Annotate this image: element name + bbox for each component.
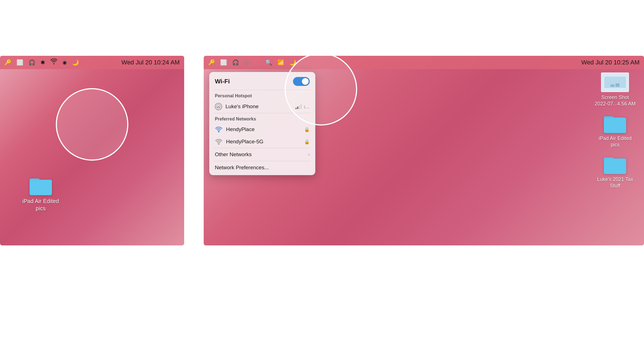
- hendyplace-lock-icon: 🔒: [304, 127, 310, 132]
- right-menu-bar-icons: 🔑 ⬜ 🎧 ▤ 🔍 📶 🌙: [208, 58, 296, 67]
- wifi-toggle-icon[interactable]: ▤: [244, 58, 260, 67]
- right-menu-bar: 🔑 ⬜ 🎧 ▤ 🔍 📶 🌙 Wed Jul 20 10:25 AM: [204, 56, 644, 69]
- other-networks-item[interactable]: Other Networks ›: [209, 148, 315, 161]
- hendyplace-name: HendyPlace: [226, 126, 301, 132]
- left-menu-bar-icons: 🔑 ⬜ 🎧 ✱ ◉ 🌙: [4, 59, 79, 66]
- network-preferences-label: Network Preferences...: [215, 165, 269, 170]
- wifi-inactive-icon: [215, 138, 223, 145]
- ipad-folder-icon: [604, 114, 626, 133]
- password-icon-right[interactable]: 🔑: [208, 59, 215, 66]
- screenshot-thumbnail: [601, 73, 629, 92]
- svg-rect-11: [604, 159, 626, 174]
- folder-icon: [30, 176, 52, 195]
- siri-icon[interactable]: ◉: [63, 59, 67, 66]
- focus-icon-right[interactable]: 🌙: [289, 59, 296, 66]
- svg-rect-8: [604, 118, 626, 133]
- wifi-title: Wi-Fi: [215, 78, 230, 85]
- wifi-dropdown: Wi-Fi Personal Hotspot Luke's iPhone: [209, 72, 315, 175]
- wallet-icon[interactable]: ⬜: [16, 59, 23, 66]
- hotspot-signal-bars: L...: [295, 104, 310, 109]
- wifi-active-icon: [215, 126, 223, 133]
- hendyplace5g-network-item[interactable]: HendyPlace-5G 🔒: [209, 136, 315, 148]
- tax-folder-icon: [604, 155, 626, 174]
- left-folder-label: iPad Air Editedpics: [22, 197, 59, 212]
- headphones-icon-right[interactable]: 🎧: [232, 59, 239, 66]
- personal-hotspot-header: Personal Hotspot: [209, 90, 315, 100]
- lukes-iphone-item[interactable]: Luke's iPhone L...: [209, 100, 315, 113]
- hendyplace5g-lock-icon: 🔒: [304, 139, 310, 144]
- svg-point-5: [218, 143, 220, 145]
- personal-hotspot-icon: [215, 103, 222, 110]
- left-desktop-folder[interactable]: iPad Air Editedpics: [22, 176, 59, 212]
- left-screenshot-panel: 🔑 ⬜ 🎧 ✱ ◉ 🌙 Wed Jul 20 10:24 AM: [0, 56, 184, 245]
- svg-rect-2: [30, 180, 52, 195]
- airdrop-icon[interactable]: 📶: [277, 59, 284, 66]
- tax-folder-label: Luke's 2021 TaxStuff: [597, 176, 633, 189]
- wallet-icon-right[interactable]: ⬜: [220, 59, 227, 66]
- screenshot-desktop-item[interactable]: Screen Shot2022-07...4.56 AM: [595, 73, 636, 107]
- focus-icon[interactable]: 🌙: [72, 59, 79, 66]
- network-preferences-item[interactable]: Network Preferences...: [209, 161, 315, 175]
- chevron-right-icon: ›: [308, 152, 310, 157]
- preferred-networks-header: Preferred Networks: [209, 113, 315, 123]
- wifi-icon[interactable]: [50, 59, 57, 66]
- wifi-toggle-switch[interactable]: [293, 77, 310, 86]
- right-menu-bar-time: Wed Jul 20 10:25 AM: [581, 59, 640, 66]
- right-folder-tax[interactable]: Luke's 2021 TaxStuff: [595, 155, 636, 189]
- svg-point-4: [218, 131, 220, 132]
- right-desktop-items: Screen Shot2022-07...4.56 AM iPad Air Ed…: [595, 73, 636, 189]
- ipad-folder-label: iPad Air Editedpics: [599, 135, 631, 148]
- left-menu-bar: 🔑 ⬜ 🎧 ✱ ◉ 🌙 Wed Jul 20 10:24 AM: [0, 56, 184, 69]
- password-icon[interactable]: 🔑: [4, 59, 11, 66]
- search-icon-right[interactable]: 🔍: [265, 59, 272, 66]
- hendyplace5g-name: HendyPlace-5G: [226, 139, 301, 145]
- wifi-circle-annotation: [56, 88, 128, 161]
- screenshot-label: Screen Shot2022-07...4.56 AM: [595, 94, 636, 107]
- headphones-icon[interactable]: 🎧: [28, 59, 35, 66]
- other-networks-label: Other Networks: [215, 151, 252, 158]
- right-folder-ipad[interactable]: iPad Air Editedpics: [595, 114, 636, 148]
- right-screenshot-panel: 🔑 ⬜ 🎧 ▤ 🔍 📶 🌙 Wed Jul 20 10:25 AM Wi-Fi …: [204, 56, 644, 245]
- wifi-dropdown-header: Wi-Fi: [209, 72, 315, 90]
- left-menu-bar-time: Wed Jul 20 10:24 AM: [121, 59, 180, 66]
- hendyplace-network-item[interactable]: HendyPlace 🔒: [209, 123, 315, 136]
- bluetooth-icon[interactable]: ✱: [40, 59, 45, 66]
- hotspot-name: Luke's iPhone: [225, 103, 259, 110]
